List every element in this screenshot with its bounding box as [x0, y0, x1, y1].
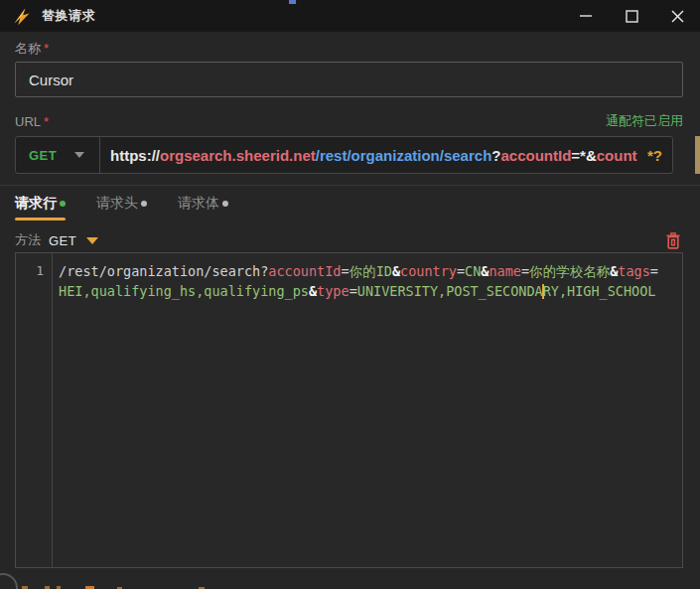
tab-request-headers[interactable]: 请求头 [96, 195, 147, 221]
name-label-text: 名称 [15, 41, 41, 56]
method-label: 方法 [15, 231, 41, 249]
section-divider [0, 185, 700, 186]
editor-code-area[interactable]: /rest/organization/search?accountId=你的ID… [53, 253, 682, 567]
url-label-text: URL [15, 114, 41, 129]
modified-dot-icon [60, 201, 66, 207]
url-method-dropdown[interactable]: GET [16, 137, 100, 173]
url-field-label: URL* [15, 114, 49, 129]
trash-icon [666, 232, 680, 249]
modified-dot-icon [222, 201, 228, 207]
code-line-row-wrapped: HEI,qualifying_hs,qualifying_ps&type=UNI… [59, 281, 676, 301]
name-field-label: 名称* [15, 40, 49, 58]
delete-button[interactable] [663, 230, 683, 250]
tab-request-body[interactable]: 请求体 [178, 195, 228, 221]
modified-dot-icon [141, 201, 147, 207]
line-number: 1 [16, 261, 52, 281]
maximize-button[interactable] [609, 0, 654, 32]
required-marker: * [44, 114, 49, 129]
request-line-editor[interactable]: 1 /rest/organization/search?accountId=你的… [15, 252, 683, 568]
url-input[interactable]: https://orgsearch.sheerid.net/rest/organ… [110, 147, 641, 164]
required-marker: * [44, 41, 49, 56]
tab-label: 请求体 [178, 195, 219, 213]
wildcard-enabled-status: 通配符已启用 [606, 112, 683, 130]
close-icon [671, 10, 684, 23]
screen-artifact [289, 0, 296, 4]
url-bar: GET https://orgsearch.sheerid.net/rest/o… [15, 136, 673, 174]
chevron-down-icon[interactable] [86, 237, 98, 244]
method-row: 方法 GET [15, 229, 683, 251]
clipped-corner-logo [0, 573, 18, 589]
wildcard-toggle[interactable]: *? [641, 147, 672, 164]
window-title: 替换请求 [42, 7, 95, 25]
minimize-icon [580, 10, 592, 22]
dialog-scrollbar-thumb[interactable] [695, 136, 700, 174]
maximize-icon [626, 10, 638, 23]
app-logo-bird-icon [12, 6, 32, 26]
name-input-value: Cursor [29, 72, 73, 88]
minimize-button[interactable] [563, 0, 609, 32]
editor-gutter: 1 [16, 253, 53, 567]
titlebar: 替换请求 [0, 0, 700, 32]
close-button[interactable] [654, 0, 700, 32]
chevron-down-icon [74, 152, 84, 158]
tab-request-line[interactable]: 请求行 [15, 195, 66, 221]
code-line-row: /rest/organization/search?accountId=你的ID… [59, 261, 676, 281]
url-label-row: URL* 通配符已启用 [15, 112, 683, 130]
window-controls [563, 0, 700, 32]
active-tab-underline [15, 218, 66, 221]
method-value: GET [49, 233, 76, 248]
name-input[interactable]: Cursor [15, 62, 683, 97]
tab-label: 请求头 [96, 195, 138, 213]
url-method-value: GET [29, 148, 57, 163]
request-tabs: 请求行 请求头 请求体 [15, 195, 228, 221]
replace-request-dialog: 替换请求 名称* Cursor URL* 通配符已启用 GET [0, 0, 700, 589]
tab-label: 请求行 [15, 195, 57, 213]
